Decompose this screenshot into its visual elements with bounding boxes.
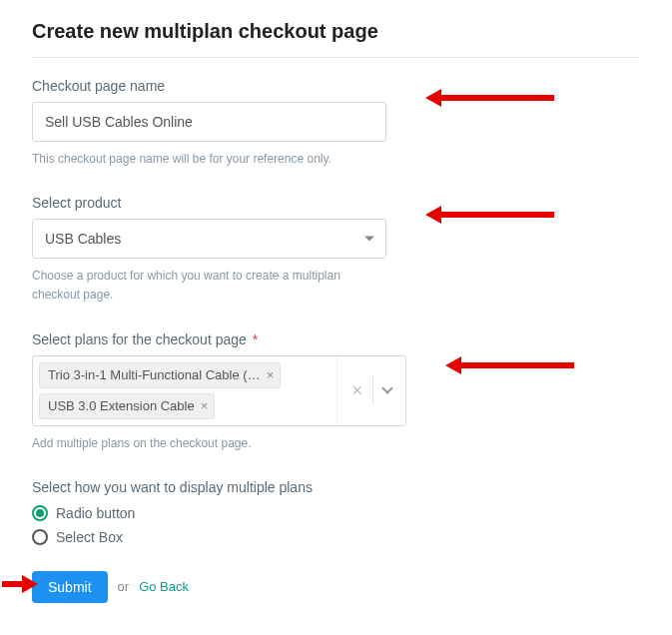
checkout-name-input[interactable] <box>32 102 386 142</box>
plan-chip: USB 3.0 Extension Cable × <box>39 393 215 419</box>
multiselect-controls: × <box>336 356 405 425</box>
plan-chip-label: Trio 3-in-1 Multi-Functional Cable (… <box>48 367 261 382</box>
required-mark: * <box>253 331 258 347</box>
field-display-style: Select how you want to display multiple … <box>32 479 640 545</box>
radio-option-radio-button[interactable]: Radio button <box>32 505 640 521</box>
annotation-arrow <box>439 95 554 101</box>
annotation-arrow <box>439 212 554 218</box>
label-select-plans: Select plans for the checkout page * <box>32 331 640 347</box>
helper-select-product: Choose a product for which you want to c… <box>32 267 386 305</box>
clear-all-icon[interactable]: × <box>341 380 372 401</box>
radio-icon <box>32 505 48 521</box>
radio-label: Radio button <box>56 505 135 521</box>
form-actions: Submit or Go Back <box>32 571 640 603</box>
radio-icon <box>32 529 48 545</box>
display-radio-group: Radio button Select Box <box>32 505 640 545</box>
helper-checkout-name: This checkout page name will be for your… <box>32 150 386 169</box>
or-text: or <box>118 579 130 594</box>
chevron-down-icon <box>381 382 392 393</box>
plans-multiselect[interactable]: Trio 3-in-1 Multi-Functional Cable (… × … <box>32 355 406 426</box>
product-select-value: USB Cables <box>45 231 121 247</box>
chip-remove-icon[interactable]: × <box>201 399 209 412</box>
multiselect-toggle[interactable] <box>373 388 401 392</box>
go-back-link[interactable]: Go Back <box>139 579 189 594</box>
plans-chips-area[interactable]: Trio 3-in-1 Multi-Functional Cable (… × … <box>33 356 336 425</box>
plan-chip: Trio 3-in-1 Multi-Functional Cable (… × <box>39 362 281 388</box>
label-display-style: Select how you want to display multiple … <box>32 479 640 495</box>
radio-label: Select Box <box>56 529 123 545</box>
annotation-arrow <box>2 581 24 587</box>
page-title: Create new multiplan checkout page <box>32 20 640 43</box>
field-select-plans: Select plans for the checkout page * Tri… <box>32 331 640 453</box>
submit-button[interactable]: Submit <box>32 571 108 603</box>
label-select-product: Select product <box>32 195 640 211</box>
radio-option-select-box[interactable]: Select Box <box>32 529 640 545</box>
caret-down-icon <box>364 237 374 242</box>
chip-remove-icon[interactable]: × <box>267 368 275 381</box>
helper-select-plans: Add multiple plans on the checkout page. <box>32 434 386 453</box>
divider <box>32 57 640 58</box>
product-select[interactable]: USB Cables <box>32 219 386 259</box>
label-select-plans-text: Select plans for the checkout page <box>32 331 247 347</box>
plan-chip-label: USB 3.0 Extension Cable <box>48 398 195 413</box>
label-checkout-name: Checkout page name <box>32 78 640 94</box>
annotation-arrow <box>459 362 574 368</box>
field-checkout-name: Checkout page name This checkout page na… <box>32 78 640 169</box>
field-select-product: Select product USB Cables Choose a produ… <box>32 195 640 305</box>
